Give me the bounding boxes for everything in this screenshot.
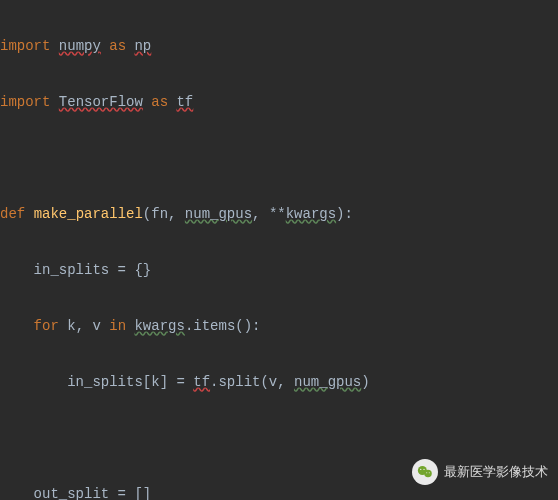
svg-point-5 — [429, 472, 430, 473]
module-numpy: numpy — [59, 38, 101, 54]
code-line — [0, 424, 558, 452]
code-line: in_splits[k] = tf.split(v, num_gpus) — [0, 368, 558, 396]
watermark-text: 最新医学影像技术 — [444, 458, 548, 486]
module-tensorflow: TensorFlow — [59, 94, 143, 110]
var-num-gpus: num_gpus — [294, 374, 361, 390]
func-name: make_parallel — [34, 206, 143, 222]
watermark: 最新医学影像技术 — [412, 458, 548, 486]
param-num-gpus: num_gpus — [185, 206, 252, 222]
wechat-icon — [412, 459, 438, 485]
keyword-for: for — [34, 318, 59, 334]
keyword-as: as — [151, 94, 168, 110]
svg-point-4 — [426, 472, 427, 473]
code-line: def make_parallel(fn, num_gpus, **kwargs… — [0, 200, 558, 228]
code-line: for k, v in kwargs.items(): — [0, 312, 558, 340]
code-line: in_splits = {} — [0, 256, 558, 284]
code-line: import numpy as np — [0, 32, 558, 60]
alias-tf: tf — [176, 94, 193, 110]
keyword-def: def — [0, 206, 25, 222]
param-kwargs: kwargs — [286, 206, 336, 222]
alias-np: np — [134, 38, 151, 54]
svg-point-3 — [423, 469, 424, 470]
code-editor: import numpy as np import TensorFlow as … — [0, 0, 558, 500]
svg-point-1 — [424, 470, 432, 478]
var-kwargs: kwargs — [134, 318, 184, 334]
var-tf: tf — [193, 374, 210, 390]
keyword-as: as — [109, 38, 126, 54]
keyword-import: import — [0, 94, 50, 110]
keyword-import: import — [0, 38, 50, 54]
code-line — [0, 144, 558, 172]
keyword-in: in — [109, 318, 126, 334]
code-line: import TensorFlow as tf — [0, 88, 558, 116]
svg-point-2 — [420, 469, 421, 470]
